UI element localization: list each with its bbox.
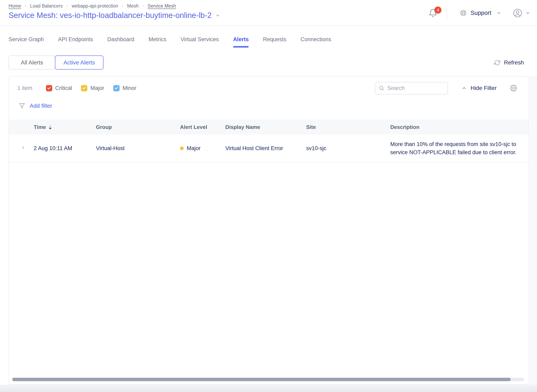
alerts-view-toggle: All Alerts Active Alerts	[9, 56, 104, 70]
check-icon	[82, 86, 86, 90]
bottom-strip	[0, 385, 537, 392]
breadcrumb-home[interactable]: Home	[9, 3, 21, 9]
tab-api-endpoints[interactable]: API Endpoints	[58, 31, 93, 47]
breadcrumb-webapp-api-protection[interactable]: webapp-api-protection	[72, 3, 118, 9]
column-label-group: Group	[96, 124, 112, 130]
tab-connections[interactable]: Connections	[301, 31, 331, 47]
column-header-time[interactable]: Time	[34, 124, 96, 130]
column-label-display-name: Display Name	[225, 124, 260, 130]
top-bar: Home Load Balancers webapp-api-protectio…	[0, 0, 537, 26]
column-label-site: Site	[306, 124, 316, 130]
alerts-panel: 1 item Critical Major Minor	[9, 76, 529, 385]
page-title-row: Service Mesh: ves-io-http-loadbalancer-b…	[9, 11, 220, 20]
sort-icon	[49, 125, 52, 130]
horizontal-scrollbar-track[interactable]	[12, 378, 524, 381]
topbar-actions: 4 Support	[429, 0, 530, 26]
cell-display-name: Virtual Host Client Error	[225, 145, 306, 152]
refresh-label: Refresh	[504, 59, 524, 66]
minor-label: Minor	[123, 85, 137, 91]
user-menu[interactable]	[513, 8, 530, 18]
severity-filter-critical[interactable]: Critical	[46, 85, 72, 91]
row-expander-chevron-icon[interactable]	[21, 145, 26, 150]
column-header-group[interactable]: Group	[96, 124, 180, 130]
add-filter-label: Add filter	[30, 103, 52, 109]
refresh-icon	[494, 60, 500, 66]
right-gutter	[529, 76, 537, 385]
breadcrumb-separator-icon	[24, 5, 27, 8]
tab-bar: Service Graph API Endpoints Dashboard Me…	[9, 31, 331, 47]
column-header-display-name[interactable]: Display Name	[225, 124, 306, 130]
alert-level-dot	[180, 146, 184, 150]
breadcrumb-separator-icon	[66, 5, 69, 8]
severity-filter-major[interactable]: Major	[81, 85, 104, 91]
column-label-alert-level: Alert Level	[180, 124, 207, 130]
funnel-icon	[19, 103, 25, 109]
filter-row: 1 item Critical Major Minor	[17, 81, 517, 95]
tab-alerts[interactable]: Alerts	[233, 31, 249, 47]
cell-time: 2 Aug 10:11 AM	[34, 145, 96, 152]
title-chevron-down-icon[interactable]	[215, 13, 220, 18]
search-box	[375, 82, 448, 94]
lifebuoy-icon	[460, 9, 467, 17]
column-header-site[interactable]: Site	[306, 124, 390, 130]
severity-filters: 1 item Critical Major Minor	[17, 85, 145, 91]
alerts-controls: All Alerts Active Alerts Refresh	[9, 56, 524, 70]
refresh-button[interactable]: Refresh	[494, 59, 524, 66]
row-expander-cell	[9, 145, 34, 152]
tab-metrics[interactable]: Metrics	[149, 31, 166, 47]
support-chevron-down-icon	[497, 11, 501, 15]
breadcrumb-load-balancers[interactable]: Load Balancers	[30, 3, 63, 9]
check-icon	[114, 86, 118, 90]
item-count: 1 item	[17, 85, 33, 91]
search-icon	[379, 85, 384, 91]
filter-actions: Hide Filter	[375, 82, 517, 94]
column-label-description: Description	[390, 124, 419, 130]
gear-icon	[510, 85, 517, 92]
support-label: Support	[471, 9, 491, 16]
breadcrumb: Home Load Balancers webapp-api-protectio…	[9, 3, 176, 9]
notification-count-badge: 4	[434, 7, 442, 14]
cell-group: Virtual-Host	[96, 145, 180, 152]
tab-dashboard[interactable]: Dashboard	[107, 31, 134, 47]
support-menu[interactable]: Support	[460, 9, 501, 17]
cell-alert-level: Major	[180, 145, 225, 152]
breadcrumb-separator-icon	[142, 5, 145, 8]
column-header-alert-level[interactable]: Alert Level	[180, 124, 225, 130]
notifications-button[interactable]: 4	[429, 9, 437, 18]
hide-filter-button[interactable]: Hide Filter	[462, 85, 497, 91]
active-alerts-button[interactable]: Active Alerts	[55, 56, 104, 70]
page-title: Service Mesh: ves-io-http-loadbalancer-b…	[9, 11, 212, 20]
all-alerts-button[interactable]: All Alerts	[9, 56, 55, 70]
avatar-icon	[513, 8, 522, 18]
add-filter-button[interactable]: Add filter	[19, 103, 52, 109]
critical-label: Critical	[55, 85, 72, 91]
hide-filter-label: Hide Filter	[471, 85, 497, 91]
alerts-table: Time Group Alert Level Display Name Site…	[9, 120, 528, 162]
breadcrumb-service-mesh[interactable]: Service Mesh	[148, 3, 176, 9]
table-settings-button[interactable]	[510, 85, 517, 92]
breadcrumb-mesh[interactable]: Mesh	[127, 3, 139, 9]
cell-description: More than 10% of the requests from site …	[390, 140, 528, 156]
column-label-time: Time	[34, 124, 46, 130]
minor-checkbox[interactable]	[113, 85, 120, 91]
column-header-description[interactable]: Description	[390, 124, 528, 130]
check-icon	[47, 86, 51, 90]
severity-filter-minor[interactable]: Minor	[113, 85, 137, 91]
tab-service-graph[interactable]: Service Graph	[9, 31, 44, 47]
alert-level-text: Major	[187, 145, 201, 152]
topbar-divider	[447, 8, 447, 19]
major-label: Major	[90, 85, 104, 91]
breadcrumb-separator-icon	[121, 5, 124, 8]
horizontal-scrollbar-thumb[interactable]	[12, 378, 511, 381]
cell-site: sv10-sjc	[306, 145, 390, 152]
table-header-row: Time Group Alert Level Display Name Site…	[9, 120, 528, 135]
table-row[interactable]: 2 Aug 10:11 AM Virtual-Host Major Virtua…	[9, 135, 528, 162]
chevron-up-icon	[462, 85, 467, 91]
tab-virtual-services[interactable]: Virtual Services	[181, 31, 219, 47]
major-checkbox[interactable]	[81, 85, 87, 91]
critical-checkbox[interactable]	[46, 85, 52, 91]
user-chevron-down-icon	[526, 11, 530, 15]
tab-requests[interactable]: Requests	[263, 31, 286, 47]
search-input[interactable]	[387, 85, 444, 91]
